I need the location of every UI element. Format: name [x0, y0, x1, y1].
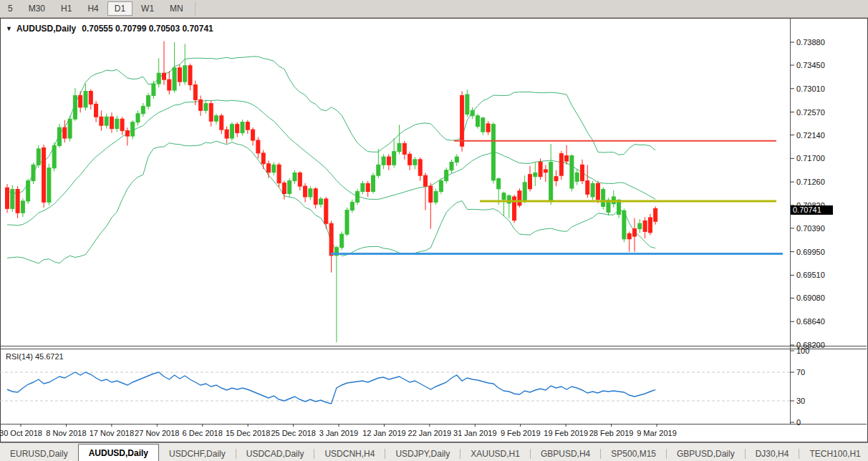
price-axis-label: 0.72140 — [796, 131, 825, 140]
date-axis-label: 31 Jan 2019 — [453, 429, 497, 437]
timeframe-button-m30[interactable]: M30 — [21, 1, 52, 16]
rsi-pane — [0, 372, 790, 404]
chart-dropdown-icon: ▼ — [6, 25, 12, 32]
date-axis-label: 27 Nov 2018 — [135, 429, 179, 437]
date-axis-label: 17 Nov 2018 — [90, 429, 134, 437]
rsi-axis-label: 100 — [796, 346, 809, 355]
tab-xauusd-h1[interactable]: XAUUSD,H1 — [460, 447, 530, 461]
rsi-axis-label: 70 — [796, 368, 805, 377]
price-axis-label: 0.68640 — [796, 317, 825, 326]
timeframe-button-w1[interactable]: W1 — [134, 1, 161, 16]
date-axis-label: 19 Feb 2019 — [544, 429, 588, 437]
candlestick-series — [6, 42, 657, 343]
date-axis-label: 8 Nov 2018 — [46, 429, 86, 437]
tab-gbpusd-daily[interactable]: GBPUSD,Daily — [667, 447, 745, 461]
date-axis-label: 25 Dec 2018 — [271, 429, 315, 437]
date-axis-label: 9 Feb 2019 — [501, 429, 541, 437]
rsi-axis-label: 0 — [796, 418, 801, 427]
rsi-line — [7, 372, 655, 404]
timeframe-toolbar: 5M30H1H4D1W1MN — [0, 0, 868, 18]
price-chart-canvas[interactable] — [0, 18, 868, 442]
chart-ohlc-values: 0.70555 0.70799 0.70503 0.70741 — [82, 24, 213, 34]
toolbar-separator — [195, 1, 196, 16]
chart-tab-bar: EURUSD,DailyAUDUSD,DailyUSDCHF,DailyUSDC… — [0, 442, 868, 461]
timeframe-button-mn[interactable]: MN — [163, 1, 191, 16]
tab-audusd-daily[interactable]: AUDUSD,Daily — [78, 444, 159, 461]
date-axis-label: 22 Jan 2019 — [408, 429, 452, 437]
price-axis-label: 0.69950 — [796, 248, 825, 256]
date-axis-label: 28 Feb 2019 — [589, 429, 634, 437]
current-price-badge: 0.70741 — [791, 205, 833, 215]
date-axis-label: 3 Jan 2019 — [319, 429, 358, 437]
chart-symbol-label: AUDUSD,Daily — [16, 24, 76, 34]
tab-gbpusd-h4[interactable]: GBPUSD,H4 — [531, 447, 600, 461]
price-axis-label: 0.69510 — [796, 271, 825, 279]
price-axis-label: 0.72570 — [796, 108, 825, 117]
price-axis-label: 0.70390 — [796, 224, 825, 233]
tab-dj30-h4[interactable]: DJ30,H4 — [746, 447, 799, 461]
chart-title: ▼AUDUSD,Daily0.70555 0.70799 0.70503 0.7… — [6, 24, 213, 34]
tab-usdjpy-daily[interactable]: USDJPY,Daily — [385, 447, 460, 461]
price-axis-label: 0.73880 — [796, 38, 825, 47]
tab-eurusd-daily[interactable]: EURUSD,Daily — [0, 447, 78, 461]
rsi-axis-label: 30 — [796, 397, 805, 405]
tab-usdchf-daily[interactable]: USDCHF,Daily — [159, 447, 236, 461]
timeframe-button-d1[interactable]: D1 — [107, 1, 132, 16]
rsi-indicator-label: RSI(14) 45.6721 — [6, 352, 64, 361]
price-axis-label: 0.71260 — [796, 178, 825, 186]
tab-sp500-m15[interactable]: SP500,M15 — [601, 447, 666, 461]
tab-usdcnh-h4[interactable]: USDCNH,H4 — [314, 447, 385, 461]
tab-tech100-h1[interactable]: TECH100,H1 — [799, 447, 868, 461]
timeframe-button-h4[interactable]: H4 — [80, 1, 105, 16]
timeframe-button-h1[interactable]: H1 — [54, 1, 79, 16]
price-axis-label: 0.73450 — [796, 61, 825, 69]
date-axis-label: 6 Dec 2018 — [183, 429, 223, 437]
timeframe-button-5[interactable]: 5 — [1, 1, 20, 16]
date-axis-label: 15 Dec 2018 — [226, 429, 270, 437]
date-axis-label: 9 Mar 2019 — [637, 429, 677, 437]
price-axis-label: 0.69080 — [796, 293, 825, 302]
tab-usdcad-daily[interactable]: USDCAD,Daily — [236, 447, 314, 461]
date-axis-label: 30 Oct 2018 — [0, 429, 42, 437]
price-axis-label: 0.73010 — [796, 84, 825, 93]
date-axis-label: 12 Jan 2019 — [362, 429, 406, 437]
price-axis-label: 0.71700 — [796, 154, 825, 162]
